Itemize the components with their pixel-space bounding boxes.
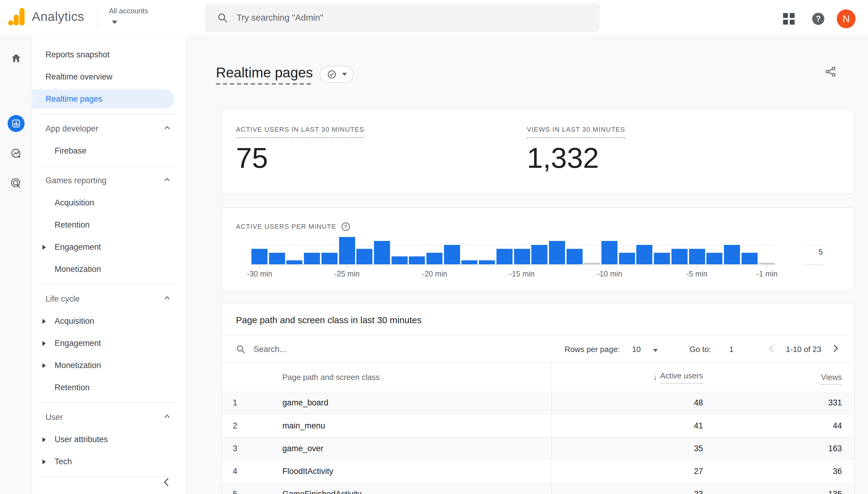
chart-bar-minute--2 [742, 253, 757, 264]
sidebar-item-label: Retention [55, 220, 90, 230]
section-header-app-developer[interactable]: App developer [33, 118, 185, 140]
rows-per-page-value[interactable]: 10 [632, 345, 641, 354]
row-page-path: main_menu [249, 421, 551, 431]
section-title: Life cycle [45, 294, 80, 304]
sidebar-item-tech[interactable]: Tech [33, 451, 185, 473]
table-search-input[interactable] [254, 345, 405, 354]
chart-bar-minute--23 [374, 241, 390, 264]
help-icon[interactable]: ? [812, 13, 824, 25]
expand-arrow-icon[interactable] [42, 437, 46, 442]
expand-arrow-icon[interactable] [42, 341, 46, 346]
right-axis-gridline [803, 245, 823, 246]
help-outline-icon[interactable]: ? [341, 222, 350, 231]
reports-icon[interactable] [0, 115, 32, 132]
chart-bar-minute--10 [601, 241, 617, 264]
views-metric-label[interactable]: VIEWS IN LAST 30 MINUTES [527, 126, 625, 138]
active-users-metric-label[interactable]: ACTIVE USERS IN LAST 30 MINUTES [236, 126, 364, 138]
sidebar-divider [40, 114, 176, 114]
svg-text:?: ? [344, 224, 347, 229]
analytics-logo[interactable]: Analytics [8, 7, 84, 26]
x-axis-label: -5 min [686, 269, 707, 278]
chart-bar-minute--19 [444, 245, 460, 264]
sidebar-item-realtime-overview[interactable]: Realtime overview [33, 66, 185, 88]
brand-name: Analytics [32, 10, 84, 24]
sidebar-item-engagement[interactable]: Engagement [33, 236, 185, 258]
sidebar-item-firebase[interactable]: Firebase [33, 140, 185, 162]
avatar[interactable]: N [837, 10, 855, 28]
sidebar-item-label: Acquisition [55, 198, 94, 208]
chart-bar-minute--3 [724, 245, 740, 264]
sidebar-item-realtime-pages[interactable]: Realtime pages [33, 88, 185, 110]
chart-bar-minute--29 [269, 253, 285, 264]
nav-sections: App developerFirebaseGames reportingAcqu… [33, 118, 185, 477]
main-content: Realtime pages ACTIVE USERS IN LAST 30 M… [185, 36, 868, 494]
rows-per-page-dropdown[interactable] [653, 345, 658, 354]
table-header-row: Page path and screen class ↓ Active user… [222, 363, 854, 392]
sidebar-divider [40, 402, 176, 403]
explore-icon[interactable] [0, 148, 32, 159]
search-icon [217, 13, 228, 23]
sidebar-item-retention[interactable]: Retention [33, 214, 185, 236]
google-apps-icon[interactable] [783, 13, 795, 25]
x-axis-tick [434, 265, 435, 268]
expand-arrow-icon[interactable] [42, 363, 46, 368]
row-rank: 2 [222, 421, 249, 431]
sidebar-item-retention[interactable]: Retention [33, 377, 185, 399]
expand-arrow-icon[interactable] [42, 319, 46, 324]
sidebar-item-monetization[interactable]: Monetization [33, 355, 185, 377]
chevron-up-icon [163, 175, 171, 186]
section-title: Games reporting [45, 176, 106, 185]
table-body: 1game_board483312main_menu41443game_over… [222, 392, 854, 494]
sidebar-item-reports-snapshot[interactable]: Reports snapshot [33, 44, 185, 66]
next-page-icon[interactable] [831, 344, 840, 355]
chart-bar-minute--30 [252, 249, 268, 264]
chart-bar-minute--11 [584, 263, 600, 264]
sidebar-item-monetization[interactable]: Monetization [33, 258, 185, 280]
chart-bar-minute--4 [706, 253, 723, 264]
sidebar-item-engagement[interactable]: Engagement [33, 332, 185, 355]
sort-desc-icon: ↓ [653, 373, 657, 382]
goto-page-input[interactable]: 1 [729, 345, 733, 354]
summary-metrics-card: ACTIVE USERS IN LAST 30 MINUTES 75 VIEWS… [221, 109, 855, 194]
column-header-active-users[interactable]: ↓ Active users [551, 363, 703, 392]
expand-arrow-icon[interactable] [42, 245, 46, 250]
row-rank: 4 [222, 467, 249, 476]
top-app-bar: Analytics All accounts ? N [0, 0, 868, 36]
section-title: User [45, 413, 63, 422]
advertising-icon[interactable] [0, 177, 32, 189]
chart-bar-minute--15 [514, 249, 530, 264]
global-search[interactable] [205, 3, 599, 32]
global-search-input[interactable] [237, 13, 540, 23]
row-views: 163 [703, 444, 854, 453]
account-switcher[interactable]: All accounts [109, 7, 148, 25]
sidebar-collapse-icon[interactable] [161, 477, 172, 489]
section-header-user[interactable]: User [33, 406, 185, 429]
sidebar-item-user-attributes[interactable]: User attributes [33, 429, 185, 451]
column-header-views[interactable]: Views [703, 373, 854, 382]
row-views: 331 [703, 398, 854, 407]
expand-arrow-icon[interactable] [42, 459, 46, 464]
x-axis-baseline [252, 264, 776, 265]
chart-bar-minute--14 [531, 245, 548, 264]
sidebar-item-acquisition[interactable]: Acquisition [33, 192, 185, 214]
sidebar-item-acquisition[interactable]: Acquisition [33, 310, 185, 332]
section-header-life-cycle[interactable]: Life cycle [33, 288, 185, 310]
sidebar-divider [40, 166, 176, 166]
home-icon[interactable] [0, 53, 32, 64]
chart-bar-minute--9 [619, 253, 635, 264]
rows-per-page-label: Rows per page: [565, 345, 620, 354]
chart-bar-minute--21 [409, 256, 425, 264]
row-active-users: 41 [551, 415, 703, 437]
table-row-main-menu: 2main_menu4144 [222, 414, 854, 437]
chart-bar-minute--7 [654, 253, 670, 264]
views-metric-value: 1,332 [527, 144, 625, 172]
previous-page-icon[interactable] [767, 344, 776, 355]
sidebar-item-label: Monetization [55, 361, 101, 370]
share-icon[interactable] [824, 65, 837, 79]
x-axis-tick [697, 265, 697, 268]
report-status-badge[interactable] [320, 66, 354, 83]
row-active-users: 23 [551, 483, 703, 494]
chart-bar-minute--27 [304, 253, 320, 264]
section-title: App developer [45, 124, 98, 134]
section-header-games-reporting[interactable]: Games reporting [33, 170, 185, 192]
